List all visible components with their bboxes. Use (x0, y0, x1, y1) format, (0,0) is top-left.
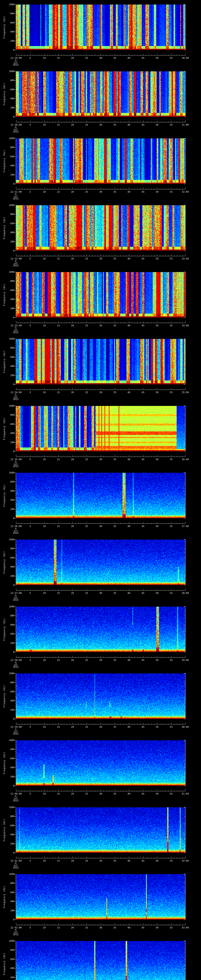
x-tick-label: 20 (69, 57, 77, 59)
x-tick-label: 30 (97, 57, 105, 59)
date-line: 2015 (10, 465, 22, 468)
x-tick-label: 30 (97, 592, 105, 595)
y-tick-label: 400 (6, 231, 14, 234)
y-tick-label: 600 (6, 891, 14, 894)
x-tick-label: 35 (111, 391, 119, 394)
x-tick-label: 20 (69, 391, 77, 394)
y-axis-title: Frequency (Hz) (3, 409, 6, 448)
x-tick-label: 25 (83, 258, 91, 260)
x-tick-label: 55 (167, 659, 175, 662)
spectrogram-panel: Frequency (Hz) 10008006004002000 12:31:0… (0, 134, 201, 201)
x-tick-label: 30 (97, 726, 105, 728)
y-tick-label: 800 (6, 547, 14, 550)
y-tick-label: 200 (6, 909, 14, 912)
x-tick-label: 55 (167, 325, 175, 327)
end-time-label: 38:00 (177, 592, 193, 595)
y-tick-label: 0 (6, 517, 14, 520)
x-tick-label: 15 (54, 325, 62, 327)
y-tick-label: 400 (6, 833, 14, 836)
x-tick-label: 50 (153, 792, 161, 795)
x-tick-label: 30 (97, 458, 105, 461)
x-tick-label: 50 (153, 325, 161, 327)
x-tick-label: 50 (153, 458, 161, 461)
x-tick-label: 5 (26, 926, 34, 929)
y-tick-label: 400 (6, 164, 14, 167)
y-tick-label: 400 (6, 565, 14, 568)
x-tick-label: 45 (139, 258, 147, 260)
y-tick-label: 800 (6, 213, 14, 216)
y-tick-label: 400 (6, 499, 14, 501)
x-tick-label: 50 (153, 258, 161, 260)
x-tick-label: 55 (167, 525, 175, 528)
x-tick-label: 45 (139, 860, 147, 862)
x-tick-label: 15 (54, 391, 62, 394)
x-tick-label: 45 (139, 726, 147, 728)
y-tick-label: 800 (6, 815, 14, 818)
x-tick-label: 25 (83, 792, 91, 795)
x-tick-label: 25 (83, 860, 91, 862)
x-tick-label: 5 (26, 191, 34, 193)
x-tick-label: 45 (139, 191, 147, 193)
x-tick-label: 35 (111, 592, 119, 595)
y-tick-label: 0 (6, 918, 14, 921)
y-axis-title: Frequency (Hz) (3, 944, 6, 980)
y-tick-label: 400 (6, 298, 14, 301)
x-tick-label: 55 (167, 458, 175, 461)
x-tick-label: 20 (69, 726, 77, 728)
x-tick-label: 10 (40, 458, 48, 461)
x-tick-label: 50 (153, 592, 161, 595)
y-tick-label: 600 (6, 824, 14, 827)
y-tick-label: 600 (6, 690, 14, 693)
end-time-label: 39:00 (177, 659, 193, 662)
y-axis-title: Frequency (Hz) (3, 275, 6, 314)
x-tick-label: 15 (54, 592, 62, 595)
x-tick-label: 55 (167, 258, 175, 260)
y-tick-label: 400 (6, 633, 14, 635)
y-tick-label: 1000 (6, 605, 14, 608)
end-time-label: 31:00 (177, 124, 193, 126)
x-tick-label: 55 (167, 592, 175, 595)
date-line: 2015 (10, 131, 22, 133)
y-tick-label: 600 (6, 356, 14, 358)
y-tick-label: 200 (6, 976, 14, 979)
y-tick-label: 0 (6, 584, 14, 586)
x-tick-label: 15 (54, 659, 62, 662)
x-tick-label: 20 (69, 659, 77, 662)
y-tick-label: 1000 (6, 204, 14, 207)
spectrogram-panel: Frequency (Hz) 10008006004002000 12:36:0… (0, 468, 201, 535)
x-tick-label: 35 (111, 258, 119, 260)
y-tick-label: 400 (6, 967, 14, 970)
x-tick-label: 20 (69, 124, 77, 126)
spectrogram-panel: Frequency (Hz) 10008006004002000 12:43:0… (0, 937, 201, 980)
x-tick-label: 10 (40, 124, 48, 126)
spectrogram-panel: Frequency (Hz) 10008006004002000 12:34:0… (0, 334, 201, 401)
y-tick-label: 0 (6, 183, 14, 185)
x-tick-label: 20 (69, 860, 77, 862)
y-tick-label: 1000 (6, 337, 14, 340)
y-tick-label: 200 (6, 40, 14, 42)
y-axis-title: Frequency (Hz) (3, 342, 6, 381)
y-tick-label: 400 (6, 900, 14, 903)
x-tick-label: 50 (153, 124, 161, 126)
spectrogram-panel: Frequency (Hz) 10008006004002000 12:37:0… (0, 535, 201, 602)
spectrogram-panel: Frequency (Hz) 10008006004002000 12:42:0… (0, 870, 201, 937)
x-tick-label: 55 (167, 726, 175, 728)
x-tick-label: 35 (111, 726, 119, 728)
end-time-label: 33:00 (177, 258, 193, 260)
spectrogram-panel: Frequency (Hz) 10008006004002000 12:38:0… (0, 602, 201, 669)
y-tick-label: 600 (6, 289, 14, 292)
y-tick-label: 1000 (6, 3, 14, 6)
y-tick-label: 600 (6, 490, 14, 492)
x-tick-label: 40 (125, 726, 133, 728)
x-tick-label: 20 (69, 592, 77, 595)
x-tick-label: 15 (54, 191, 62, 193)
spectrogram-panel: Frequency (Hz) 10008006004002000 12:41:0… (0, 803, 201, 870)
x-tick-label: 55 (167, 391, 175, 394)
x-tick-label: 10 (40, 726, 48, 728)
y-tick-label: 200 (6, 240, 14, 243)
y-tick-label: 600 (6, 21, 14, 24)
x-tick-label: 35 (111, 57, 119, 59)
y-tick-label: 600 (6, 155, 14, 158)
y-tick-label: 600 (6, 757, 14, 760)
x-tick-label: 15 (54, 458, 62, 461)
